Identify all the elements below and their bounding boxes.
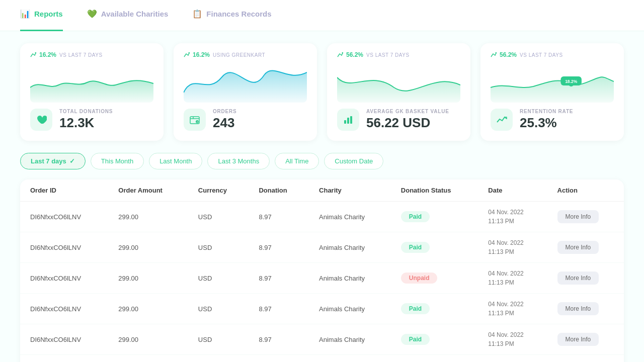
status-badge: Paid [401, 334, 430, 345]
cell-currency: USD [188, 263, 249, 294]
cell-date: 04 Nov. 202211:13 PM [478, 232, 547, 263]
status-badge: Paid [401, 211, 430, 222]
filter-btn-last3months[interactable]: Last 3 Months [207, 153, 270, 169]
cell-charity: Animals Charity [309, 355, 391, 363]
stat-card-header: 56.2% VS LAST 7 DAYS [491, 51, 614, 58]
status-badge: Paid [401, 242, 430, 253]
cell-action: More Info [547, 263, 624, 294]
stat-footer: RENTENTION RATE 25.3% [491, 109, 614, 131]
date-text: 04 Nov. 202211:13 PM [488, 269, 537, 287]
filter-btn-lastmonth[interactable]: Last Month [149, 153, 202, 169]
more-info-button[interactable]: More Info [557, 333, 599, 346]
cell-amount: 299.00 [108, 355, 188, 363]
nav-item-charities[interactable]: 💚 Available Charities [87, 0, 169, 31]
nav-label-reports: Reports [34, 10, 63, 18]
date-text: 04 Nov. 202211:13 PM [488, 208, 537, 226]
cell-date: 04 Nov. 202211:13 PM [478, 355, 547, 363]
orders-table-wrap: Order IDOrder AmountCurrencyDonationChar… [20, 179, 624, 362]
more-info-button[interactable]: More Info [557, 272, 599, 285]
stat-icon [30, 109, 52, 131]
stat-chart: 18.2% [491, 62, 614, 103]
more-info-button[interactable]: More Info [557, 241, 599, 254]
stat-value: 56.22 USD [366, 115, 449, 131]
nav-item-finances[interactable]: 📋 Finances Records [192, 0, 271, 31]
filter-btn-alltime[interactable]: All Time [275, 153, 319, 169]
cell-status: Unpaid [391, 355, 478, 363]
cell-date: 04 Nov. 202211:13 PM [478, 202, 547, 232]
stat-footer: AVERAGE GK BASKET VALUE 56.22 USD [337, 109, 460, 131]
cell-currency: USD [188, 324, 249, 355]
cell-order-id: DI6NfxxCO6lLNV [20, 202, 108, 232]
cell-currency: USD [188, 294, 249, 324]
cell-amount: 299.00 [108, 263, 188, 294]
cell-date: 04 Nov. 202211:13 PM [478, 294, 547, 324]
cell-amount: 299.00 [108, 294, 188, 324]
stat-card-avg-basket: 56.2% VS LAST 7 DAYS AVERAGE GK BASKET V… [327, 43, 470, 141]
stat-text: RENTENTION RATE 25.3% [520, 109, 573, 131]
nav-item-reports[interactable]: 📊 Reports [20, 0, 63, 31]
stat-footer: ORDERS 243 [184, 109, 307, 131]
stat-icon [337, 109, 359, 131]
col-header: Currency [188, 179, 249, 202]
cell-charity: Animals Charity [309, 324, 391, 355]
cell-date: 04 Nov. 202211:13 PM [478, 263, 547, 294]
stat-chart [337, 62, 460, 103]
stat-chart [30, 62, 153, 103]
cell-order-id: DI6NfxxCO6lLNV [20, 232, 108, 263]
svg-rect-6 [347, 118, 349, 124]
stat-vs: VS LAST 7 DAYS [520, 52, 563, 58]
stat-chart [184, 62, 307, 103]
cell-donation: 8.97 [249, 232, 309, 263]
stat-vs: USING GreenKart [213, 52, 265, 58]
cell-amount: 299.00 [108, 232, 188, 263]
more-info-button[interactable]: More Info [557, 302, 599, 315]
stat-label: RENTENTION RATE [520, 109, 573, 114]
stat-label: TOTAL DONATIONS [59, 109, 113, 114]
svg-rect-5 [344, 120, 346, 124]
cell-status: Paid [391, 324, 478, 355]
cell-donation: 8.97 [249, 263, 309, 294]
finances-icon: 📋 [192, 9, 202, 19]
table-row: DI6NfxxCO6lLNV299.00USD8.97Animals Chari… [20, 232, 624, 263]
cell-status: Paid [391, 294, 478, 324]
status-badge: Paid [401, 303, 430, 314]
stat-pct: 16.2% [39, 51, 56, 58]
cell-status: Paid [391, 202, 478, 232]
stat-value: 12.3K [59, 115, 113, 131]
filter-btn-customdate[interactable]: Custom Date [324, 153, 383, 169]
status-badge: Unpaid [401, 273, 438, 284]
col-header: Date [478, 179, 547, 202]
check-icon: ✓ [69, 157, 75, 165]
stat-vs: VS LAST 7 DAYS [366, 52, 410, 58]
table-row: DI6NfxxCO6lLNV299.00USD8.97Animals Chari… [20, 355, 624, 363]
col-header: Donation [249, 179, 309, 202]
cell-order-id: DI6NfxxCO6lLNV [20, 324, 108, 355]
cell-charity: Animals Charity [309, 202, 391, 232]
cell-order-id: DI6NfxxCO6lLNV [20, 355, 108, 363]
col-header: Donation Status [391, 179, 478, 202]
cell-donation: 8.97 [249, 324, 309, 355]
reports-icon: 📊 [20, 9, 30, 19]
filter-label: Last Month [159, 157, 192, 165]
more-info-button[interactable]: More Info [557, 210, 599, 223]
stat-card-header: 16.2% USING GreenKart [184, 51, 307, 58]
cell-action: More Info [547, 355, 624, 363]
stat-card-total-donations: 16.2% VS LAST 7 DAYS TOTAL DONATIONS 12.… [20, 43, 164, 141]
charities-icon: 💚 [87, 9, 97, 19]
cell-charity: Animals Charity [309, 232, 391, 263]
stat-card-retention: 56.2% VS LAST 7 DAYS 18.2% RENTENTION RA… [480, 43, 624, 141]
cell-status: Paid [391, 232, 478, 263]
filter-btn-last7[interactable]: Last 7 days✓ [20, 153, 86, 169]
stat-card-header: 56.2% VS LAST 7 DAYS [337, 51, 460, 58]
stat-text: AVERAGE GK BASKET VALUE 56.22 USD [366, 109, 449, 131]
cell-amount: 299.00 [108, 202, 188, 232]
table-row: DI6NfxxCO6lLNV299.00USD8.97Animals Chari… [20, 294, 624, 324]
stat-value: 25.3% [520, 115, 573, 131]
stat-card-orders: 16.2% USING GreenKart ORDERS 243 [174, 43, 317, 141]
col-header: Action [547, 179, 624, 202]
filter-btn-thismonth[interactable]: This Month [91, 153, 144, 169]
date-text: 04 Nov. 202211:13 PM [488, 300, 537, 318]
stat-icon [491, 109, 513, 131]
table-row: DI6NfxxCO6lLNV299.00USD8.97Animals Chari… [20, 324, 624, 355]
filter-label: This Month [101, 157, 133, 165]
